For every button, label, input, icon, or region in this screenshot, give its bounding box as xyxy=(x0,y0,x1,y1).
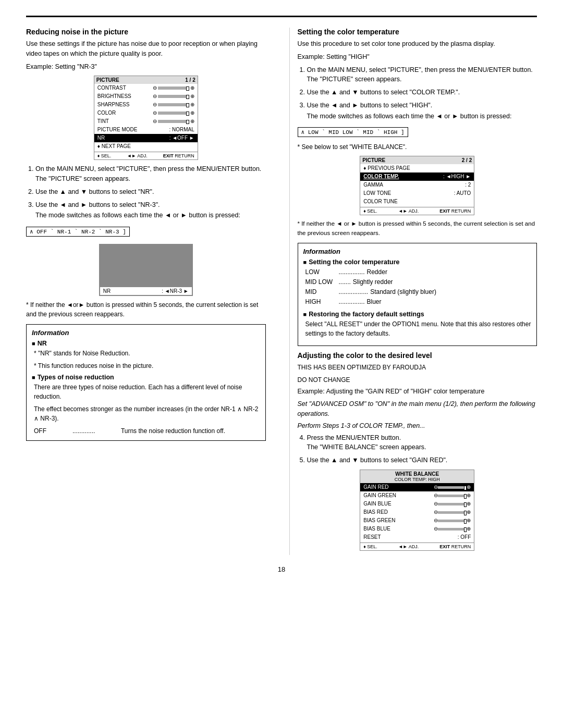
right-step-2: Use the ▲ and ▼ buttons to select "COLOR… xyxy=(307,88,537,97)
adjust-line1: THIS HAS BEEN OPTIMIZED BY FAROUDJA xyxy=(298,363,537,372)
nr-screen-visual: NR : ◄NR-3 ► xyxy=(99,244,193,296)
right-column: Setting the color temperature Use this p… xyxy=(289,28,537,555)
adjust-steps: Press the MENU/ENTER button. The "WHITE … xyxy=(307,433,537,465)
right-step-1: On the MAIN MENU, select "PICTURE", then… xyxy=(307,65,537,85)
wb-menu-title: WHITE BALANCE COLOR TEMP: HIGH xyxy=(360,470,474,483)
left-intro: Use these settings if the picture has no… xyxy=(26,39,266,59)
adjust-example: Example: Adjusting the "GAIN RED" of "HI… xyxy=(298,387,537,397)
wb-row-gainred: GAIN RED ⊖⊕ xyxy=(360,483,474,491)
left-info-types-body2: The effect becomes stronger as the numbe… xyxy=(34,404,260,423)
right-heading: Setting the color temperature xyxy=(298,28,537,36)
adjust-step-4: Press the MENU/ENTER button. The "WHITE … xyxy=(307,433,537,453)
right-note-wb: * See below to set "WHITE BALANCE". xyxy=(298,142,537,152)
menu-row-sharpness: SHARPNESS ⊖⊕ xyxy=(94,101,198,109)
picture-menu-2: PICTURE 2 / 2 ♦ PREVIOUS PAGE COLOR TEMP… xyxy=(360,156,474,215)
picture-menu-1: PICTURE 1 / 2 CONTRAST ⊖⊕ BRIGHTNESS ⊖⊕ … xyxy=(94,76,198,160)
wb-row-biasred: BIAS RED ⊖⊕ xyxy=(360,508,474,516)
left-info-box: Information NR * "NR" stands for Noise R… xyxy=(26,324,266,441)
adjust-step-5: Use the ▲ and ▼ buttons to select "GAIN … xyxy=(307,455,537,465)
menu-row-picturemode: PICTURE MODE : NORMAL xyxy=(94,126,198,134)
right-info-high: HIGH ............... Bluer xyxy=(305,297,532,307)
wb-row-gaingreen: GAIN GREEN ⊖⊕ xyxy=(360,491,474,500)
right-info-box: Information Setting the color temperatur… xyxy=(298,243,537,346)
left-column: Reducing noise in the picture Use these … xyxy=(26,28,274,555)
right-note2: * If neither the ◄ or ► button is presse… xyxy=(298,219,537,238)
left-example-label: Example: Setting "NR-3" xyxy=(26,62,266,72)
picture2-colortune: COLOR TUNE xyxy=(360,198,474,206)
right-example-label: Example: Setting "HIGH" xyxy=(298,52,537,62)
left-heading: Reducing noise in the picture xyxy=(26,28,266,36)
picture2-colortemp: COLOR TEMP. : ◄HIGH ► xyxy=(360,172,474,181)
wb-row-biasblue: BIAS BLUE ⊖⊕ xyxy=(360,525,474,533)
picture2-menu-nav: ♦ SEL. ◄► ADJ. EXIT RETURN xyxy=(360,207,474,215)
color-temp-mode-bar: ∧ LOW ` MID LOW ` MID ` HIGH ] xyxy=(298,127,408,137)
picture2-menu-title: PICTURE 2 / 2 xyxy=(360,156,474,164)
left-step-3: Use the ◄ and ► buttons to select "NR-3"… xyxy=(35,200,266,221)
right-intro: Use this procedure to set color tone pro… xyxy=(298,39,537,49)
right-info-mid: MID ................. Standard (slightly… xyxy=(305,287,532,297)
right-step-3: Use the ◄ and ► buttons to select "HIGH"… xyxy=(307,101,537,121)
wb-row-gainblue: GAIN BLUE ⊖⊕ xyxy=(360,500,474,508)
menu-row-nextpage: ♦ NEXT PAGE xyxy=(94,142,198,151)
page-container: Reducing noise in the picture Use these … xyxy=(0,0,563,728)
adjust-italic2: Perform Steps 1-3 of COLOR TEMP., then..… xyxy=(298,421,537,431)
left-step-1: On the MAIN MENU, select "PICTURE", then… xyxy=(35,164,266,184)
top-border xyxy=(26,16,537,17)
wb-menu: WHITE BALANCE COLOR TEMP: HIGH GAIN RED … xyxy=(360,470,474,551)
page-number: 18 xyxy=(26,565,537,573)
menu-row-tint: TINT ⊖⊕ xyxy=(94,117,198,126)
left-info-types-body: There are three types of noise reduction… xyxy=(34,382,260,401)
wb-menu-nav: ♦ SEL. ◄► ADJ. EXIT RETURN xyxy=(360,542,474,550)
adjust-italic1: Set "ADVANCED OSM" to "ON" in the main m… xyxy=(298,399,537,419)
right-info-factory-body: Select "ALL RESET" under the OPTION1 men… xyxy=(305,319,532,338)
picture2-prevpage: ♦ PREVIOUS PAGE xyxy=(360,164,474,172)
left-info-nr-title: NR xyxy=(32,340,260,347)
wb-row-biasgreen: BIAS GREEN ⊖⊕ xyxy=(360,516,474,525)
menu-row-nr: NR : ◄OFF ► xyxy=(94,134,198,142)
left-info-nr-item1: * "NR" stands for Noise Reduction. xyxy=(34,349,260,358)
picture-menu-title: PICTURE 1 / 2 xyxy=(94,76,198,84)
picture2-lowtone: LOW TONE : AUTO xyxy=(360,189,474,198)
adjust-heading: Adjusting the color to the desired level xyxy=(298,351,537,360)
picture-menu-nav: ♦ SEL. ◄► ADJ. EXIT RETURN xyxy=(94,152,198,159)
nr-mode-bar: ∧ OFF ` NR-1 ` NR-2 ` NR-3 ] xyxy=(26,227,130,237)
menu-row-contrast: CONTRAST ⊖⊕ xyxy=(94,84,198,92)
left-step-2: Use the ▲ and ▼ buttons to select "NR". xyxy=(35,187,266,197)
right-info-low: LOW ............... Redder xyxy=(305,267,532,277)
right-info-title: Information xyxy=(303,248,532,255)
left-info-title: Information xyxy=(32,329,260,337)
left-info-off-item: OFF ............. Turns the noise reduct… xyxy=(34,426,260,436)
right-steps-list: On the MAIN MENU, select "PICTURE", then… xyxy=(307,65,537,121)
left-info-nr-item2: * This function reduces noise in the pic… xyxy=(34,361,260,371)
adjust-line2: DO NOT CHANGE xyxy=(298,375,537,385)
menu-row-color: COLOR ⊖⊕ xyxy=(94,109,198,117)
right-info-midlow: MID LOW ....... Slightly redder xyxy=(305,277,532,287)
menu-row-brightness: BRIGHTNESS ⊖⊕ xyxy=(94,92,198,101)
right-info-colortemp-title: Setting the color temperature xyxy=(303,258,532,266)
right-info-factory-title: Restoring the factory default settings xyxy=(303,311,532,318)
left-info-types-title: Types of noise reduction xyxy=(32,374,260,381)
left-steps-list: On the MAIN MENU, select "PICTURE", then… xyxy=(35,164,266,220)
left-note1: * If neither the ◄or► button is pressed … xyxy=(26,300,266,319)
nr-screen-bottom: NR : ◄NR-3 ► xyxy=(100,287,192,295)
picture2-gamma: GAMMA : 2 xyxy=(360,181,474,189)
two-column-layout: Reducing noise in the picture Use these … xyxy=(26,28,537,555)
wb-row-reset: RESET : OFF xyxy=(360,533,474,541)
